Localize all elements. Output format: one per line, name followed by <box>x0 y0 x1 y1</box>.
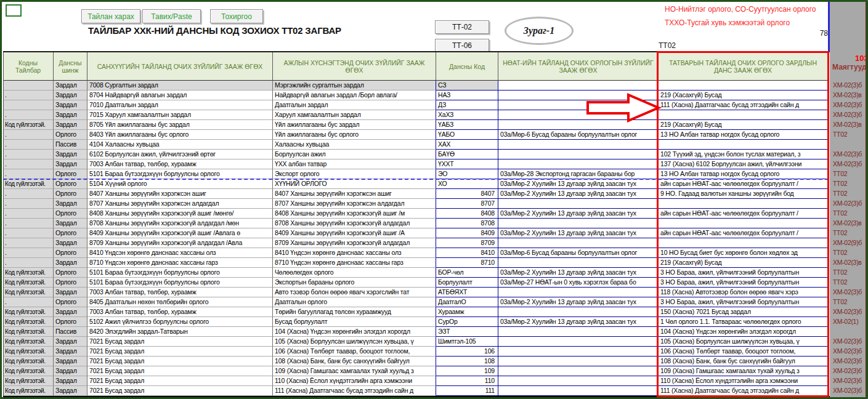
cell-tax-item[interactable]: 108 (Хасна) Банк, банк бус санхүүгийн ба… <box>659 357 828 366</box>
cell-account-code[interactable]: ҮАБЗ <box>436 120 498 130</box>
cell-account-code[interactable]: ҮХХТ <box>436 159 498 169</box>
cell-form-name[interactable]: ХМ-02(3)б <box>830 100 867 110</box>
cell-financial-item[interactable]: 8409 Ханшны зөрүүгийн хэрэгжээгүй ашиг /… <box>87 228 273 238</box>
cell-worksheet-item[interactable]: 8410 Үндсэн хөрөнгө данснаас хассаны олз <box>273 248 436 258</box>
cell-code-label[interactable] <box>3 100 54 110</box>
cell-worksheet-item[interactable]: 105 (Хасна) Борлуулсан шилжүүлсэн хувьца… <box>273 337 436 347</box>
cell-tax-item[interactable] <box>659 199 828 209</box>
cell-code-label[interactable]: . <box>3 130 54 140</box>
cell-worksheet-item[interactable]: ХҮҮНИЙ ОРЛОГО <box>273 179 436 189</box>
cell-vat-item[interactable] <box>498 327 659 337</box>
cell-tax-item[interactable]: 137 (Хасна) 6102 Борлуулсан ажил, үйлчил… <box>659 159 828 169</box>
cell-account-code[interactable]: 108 <box>436 357 498 366</box>
cell-vat-item[interactable] <box>498 219 659 228</box>
cell-financial-item[interactable]: 7021 Бусад зардал <box>87 366 273 376</box>
cell-account-type[interactable]: Орлого <box>54 130 87 140</box>
cell-tax-item[interactable]: 111 (Хасна) Даатгагчаас бусад этгээдийн … <box>659 100 828 110</box>
cell-account-code[interactable]: ХаХЗ <box>436 110 498 120</box>
cell-account-code[interactable]: 8407 <box>436 189 498 199</box>
cell-worksheet-item[interactable]: Халаасны хувьцаа <box>273 140 436 150</box>
cell-tax-item[interactable]: 110 (Хасна) Ёслол хүндэтгэлийн арга хэмж… <box>659 376 828 386</box>
cell-vat-item[interactable] <box>498 258 659 268</box>
cell-account-type[interactable]: Зардал <box>54 288 87 297</box>
cell-tax-item[interactable]: 3 НО Бараа, ажил, үйлчилгээний борлуулал… <box>659 278 828 288</box>
cell-form-name[interactable]: ХМ-02(3)в <box>830 258 867 268</box>
column-header-tax-report[interactable]: ТАТВАРЫН ТАЙЛАНД ОЧИХ ОРЛОГО ЗАРДЛЫН ДАН… <box>659 52 828 81</box>
cell-code-label[interactable]: . <box>3 150 54 159</box>
cell-vat-item[interactable]: 03а/Мөр-6 Бусад барааны борлуулалтын орл… <box>498 130 659 140</box>
cell-vat-item[interactable] <box>498 199 659 209</box>
cell-account-type[interactable]: Зардал <box>54 307 87 317</box>
cell-code-label[interactable]: Код гүйлгээтэй. <box>3 337 54 347</box>
cell-financial-item[interactable]: 8408 Ханшны зөрүүгийн хэрэгжээгүй ашиг /… <box>87 209 273 219</box>
cell-financial-item[interactable]: 8708 Ханшны зөрүүгийн хэрэгжээгүй алдагд… <box>87 219 273 228</box>
tt-06-button[interactable]: ТТ-06 <box>435 39 489 52</box>
cell-worksheet-item[interactable]: 8710 Үндсэн хөрөнгө данснаас хассаны гар… <box>273 258 436 268</box>
cell-vat-item[interactable] <box>498 307 659 317</box>
cell-financial-item[interactable]: 8407 Ханшны зөрүүгийн хэрэгжсэн ашиг <box>87 189 273 199</box>
cell-tax-item[interactable]: 106 (Хасна) Төлбөрт таавар, бооцоот тогл… <box>659 347 828 357</box>
cell-form-name[interactable] <box>830 140 867 150</box>
cell-form-name[interactable]: ХМ-02(3)б <box>830 307 867 317</box>
cell-code-label[interactable]: Код гүйлгээтэй. <box>3 179 54 189</box>
cell-code-label[interactable]: . <box>3 248 54 258</box>
cell-tax-item[interactable]: 219 (Хасахгүй) Бусад <box>659 91 828 100</box>
cell-financial-item[interactable]: 8420 Элэгдлийн зардал-Татварын <box>87 327 273 337</box>
cell-account-type[interactable]: Орлого <box>54 297 87 307</box>
cell-account-code[interactable]: 8409 <box>436 228 498 238</box>
cell-code-label[interactable]: . <box>3 258 54 268</box>
cell-account-type[interactable]: Орлого <box>54 248 87 258</box>
cell-vat-item[interactable] <box>498 159 659 169</box>
cell-account-code[interactable]: 111 <box>436 386 498 396</box>
cell-tax-item[interactable] <box>659 110 828 120</box>
cell-code-label[interactable]: . <box>3 110 54 120</box>
cell-vat-item[interactable] <box>498 120 659 130</box>
cell-account-code[interactable]: НАЗ <box>436 91 498 100</box>
cell-account-type[interactable]: Зардал <box>54 366 87 376</box>
column-header-code-label[interactable]: Кодны Тайлбар <box>3 52 54 81</box>
cell-vat-item[interactable] <box>498 110 659 120</box>
cell-financial-item[interactable]: 7003 Албан татвар, төлбөр, хураамж <box>87 288 273 297</box>
cell-code-label[interactable]: . <box>3 209 54 219</box>
cell-account-code[interactable]: АТБӨЯХТ <box>436 288 498 297</box>
cell-code-label[interactable]: Код гүйлгээтэй. <box>3 278 54 288</box>
cell-financial-item[interactable]: 7003 Албан татвар, төлбөр, хураамж <box>87 307 273 317</box>
cell-vat-item[interactable] <box>498 91 659 100</box>
cell-vat-item[interactable] <box>498 366 659 376</box>
cell-financial-item[interactable]: 7015 Харуул хамгаалалтын зардал <box>87 110 273 120</box>
cell-account-code[interactable]: СурОр <box>436 317 498 327</box>
cell-tax-item[interactable]: 102 Түүхий эд, үндсэн болон туслах матер… <box>659 150 828 159</box>
cell-worksheet-item[interactable]: 8708 Ханшны зөрүүгийн хэрэгжээгүй алдагд… <box>273 219 436 228</box>
cell-financial-item[interactable]: 8709 Ханшны зөрүүгийн хэрэгжээгүй алдагд… <box>87 238 273 248</box>
cell-tax-item[interactable]: 219 (Хасахгүй) Бусад <box>659 120 828 130</box>
cell-code-label[interactable]: . <box>3 159 54 169</box>
cell-form-name[interactable]: ХМ-02(3)б <box>830 386 867 396</box>
cell-code-label[interactable]: Код гүйлгээтэй. <box>3 120 54 130</box>
cell-account-type[interactable]: Зардал <box>54 219 87 228</box>
cell-form-name[interactable]: ХМ-02(3)б <box>830 81 867 91</box>
cell-form-name[interactable]: ХМ-02(3)в <box>830 120 867 130</box>
cell-tax-item[interactable]: айн сарын НӨАТ-аас чөлөөлөгдөх борлуулал… <box>659 179 828 189</box>
cell-tax-item[interactable]: 104 (Хасна) Үндсэн хөрөнгийн элэгдэл хор… <box>659 327 828 337</box>
cell-code-label[interactable]: . <box>3 228 54 238</box>
cell-code-label[interactable]: Код гүйлгээтэй. <box>3 268 54 278</box>
cell-worksheet-item[interactable]: 8707 Ханшны зөрүүгийн хэрэгжсэн алдагдал <box>273 199 436 209</box>
cell-form-name[interactable]: ХМ-02(3)б <box>830 199 867 209</box>
cell-tax-item[interactable] <box>659 140 828 150</box>
tt-02-button[interactable]: ТТ-02 <box>435 20 489 34</box>
cell-financial-item[interactable]: 8704 Найдваргүй авлагын зардал <box>87 91 273 100</box>
cell-account-code[interactable]: БОР-чөл <box>436 268 498 278</box>
cell-code-label[interactable]: Код гүйлгээтэй. <box>3 357 54 366</box>
cell-worksheet-item[interactable]: Мэргэжлийн сургалтын зардал <box>273 81 436 91</box>
cell-account-type[interactable]: Зардал <box>54 159 87 169</box>
cell-form-name[interactable]: ТТ02 <box>830 278 867 288</box>
cell-account-type[interactable]: Пассив <box>54 140 87 150</box>
cell-form-name[interactable]: ХМ-02(3)б <box>830 347 867 357</box>
cell-account-code[interactable]: ДЗ <box>436 100 498 110</box>
cell-form-name[interactable]: ХМ-02(3)б <box>830 150 867 159</box>
cell-worksheet-item[interactable]: 111 (Хасна) Даатгагчаас бусад этгээдийн … <box>273 386 436 396</box>
cell-vat-item[interactable] <box>498 386 659 396</box>
cell-worksheet-item[interactable]: Экспортын барааны орлого <box>273 278 436 288</box>
cell-vat-item[interactable] <box>498 81 659 91</box>
cell-form-name[interactable]: ТТ02 <box>830 228 867 238</box>
